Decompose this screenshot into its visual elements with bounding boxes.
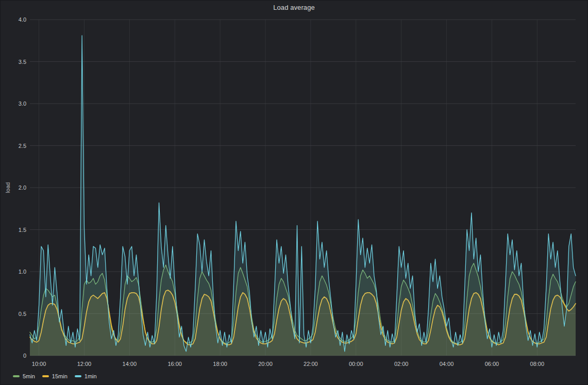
x-tick-label: 08:00 [530,361,545,367]
legend-item-5min[interactable]: 5min [13,373,35,379]
y-tick-label: 2.5 [19,143,26,149]
x-tick-label: 06:00 [485,361,499,367]
x-tick-label: 04:00 [440,361,454,367]
legend-item-15min[interactable]: 15min [42,373,68,379]
legend-label-5min[interactable]: 5min [23,373,35,379]
x-tick-label: 14:00 [123,361,137,367]
x-tick-label: 12:00 [77,361,92,367]
y-tick-label: 2.0 [19,185,26,191]
load-average-graph[interactable]: 00.51.01.52.02.53.03.54.010:0012:0014:00… [1,1,588,385]
x-tick-label: 10:00 [32,361,46,367]
legend-color-swatch-1min[interactable] [75,375,81,377]
x-tick-label: 20:00 [258,361,273,367]
y-tick-label: 3.5 [19,59,26,65]
y-tick-label: 4.0 [19,16,26,23]
x-tick-label: 02:00 [394,361,409,367]
series-1min [30,36,576,356]
y-tick-label: 1.0 [19,269,26,275]
x-tick-label: 00:00 [349,361,363,367]
legend: 5min 15min 1min [13,372,97,380]
legend-label-1min[interactable]: 1min [85,373,97,379]
x-tick-label: 22:00 [304,361,318,367]
legend-item-1min[interactable]: 1min [75,373,97,379]
legend-color-swatch-15min[interactable] [42,375,49,377]
y-tick-label: 1.5 [19,227,26,233]
legend-label-15min[interactable]: 15min [52,373,68,379]
legend-color-swatch-5min[interactable] [13,375,20,377]
series-fill-1min [30,36,576,356]
grafana-panel: Load average load 00.51.01.52.02.53.03.5… [0,0,588,385]
y-tick-label: 0.5 [19,311,26,317]
x-tick-label: 16:00 [167,361,182,367]
y-tick-label: 3.0 [19,101,26,107]
x-tick-label: 18:00 [213,361,227,367]
y-tick-label: 0 [23,353,26,359]
